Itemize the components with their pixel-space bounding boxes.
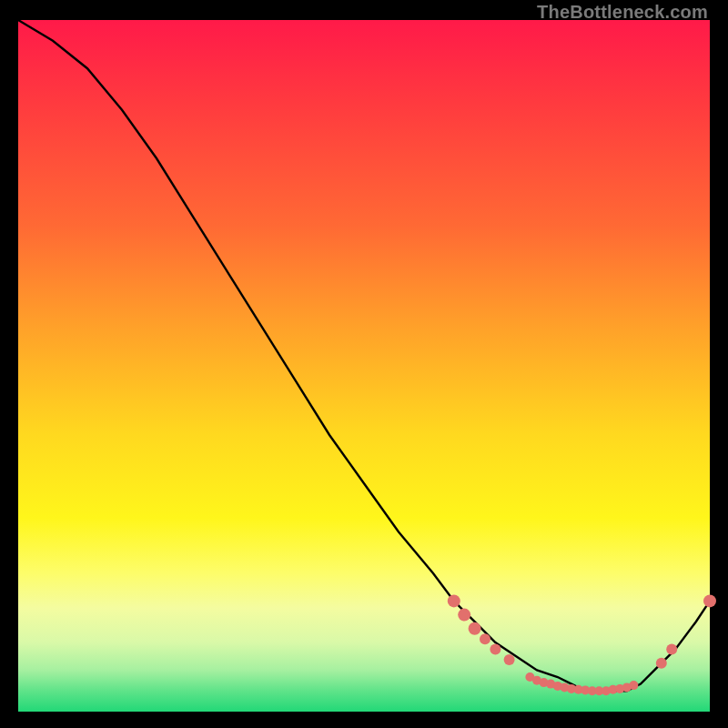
curve-marker [480,633,490,644]
curve-marker [458,609,470,622]
bottleneck-curve [18,20,710,691]
watermark-text: TheBottleneck.com [537,2,708,23]
curve-marker [469,622,481,635]
chart-stage: TheBottleneck.com [0,0,728,728]
curve-marker [666,644,677,655]
curve-marker [703,594,716,607]
curve-marker [504,654,515,665]
curve-marker [656,658,667,669]
curve-marker [448,594,460,607]
curve-markers [448,594,716,695]
curve-marker [490,644,500,655]
curve-marker [629,681,638,690]
chart-svg [18,20,710,712]
